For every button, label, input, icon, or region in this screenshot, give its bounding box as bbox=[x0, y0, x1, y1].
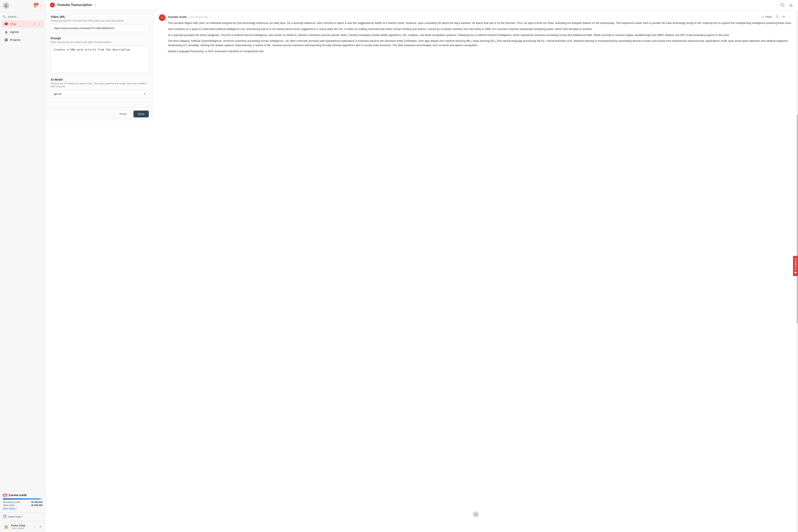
svg-rect-4 bbox=[5, 40, 6, 41]
credit-bar bbox=[3, 498, 43, 499]
download-button[interactable] bbox=[788, 2, 794, 8]
company-settings-icon[interactable]: ⚙ bbox=[38, 525, 43, 529]
company-plan: Team Starter bbox=[11, 527, 31, 530]
avatar[interactable] bbox=[3, 2, 9, 9]
message-header: Youtube Audio a few seconds ago Reply bbox=[168, 14, 793, 19]
prompt-section: Prompt Enter the prompt you want to ask … bbox=[51, 37, 149, 73]
message-p4: The third category, Artificial Superinte… bbox=[168, 39, 793, 48]
ai-model-select[interactable]: gpt-4o gpt-4 gpt-3.5-turbo claude-3 bbox=[51, 90, 149, 98]
sidebar-nav: 🔍 Search ... Chat ↩ + Agents bbox=[0, 12, 45, 491]
svg-rect-2 bbox=[5, 38, 6, 40]
add-chat-icon[interactable]: + bbox=[37, 22, 41, 26]
message-p3: AI is typically grouped into three categ… bbox=[168, 33, 793, 37]
form-actions: Reset Send bbox=[46, 107, 154, 120]
credit-remaining-row: Remaining credit : 43 430 943 bbox=[3, 501, 43, 503]
svg-marker-14 bbox=[783, 16, 784, 18]
company-expand-icon[interactable]: ⌄ bbox=[33, 525, 37, 529]
prompt-label: Prompt bbox=[51, 37, 149, 40]
feedback-label: Feedback bbox=[794, 258, 797, 270]
help-icon bbox=[3, 515, 7, 519]
svg-point-1 bbox=[6, 31, 7, 32]
reset-button[interactable]: Reset bbox=[115, 110, 131, 118]
message-avatar bbox=[159, 14, 166, 21]
sidebar-agents-label: Agents bbox=[10, 30, 19, 34]
company-actions: ⌄ ⚙ bbox=[33, 525, 43, 529]
history-icon[interactable]: ↩ bbox=[32, 22, 36, 26]
scroll-down-indicator[interactable] bbox=[473, 511, 479, 517]
svg-rect-5 bbox=[6, 40, 8, 41]
svg-rect-3 bbox=[6, 38, 8, 40]
message-p1: The narrative begins with John, an indiv… bbox=[168, 21, 793, 25]
help-section[interactable]: Need help ? bbox=[0, 512, 45, 521]
sidebar-chat-label: Chat bbox=[10, 22, 16, 26]
main-content: Youtube Transcription ∧ Video URL Please… bbox=[46, 0, 798, 532]
svg-marker-10 bbox=[52, 4, 53, 6]
scrollbar-thumb bbox=[797, 114, 798, 323]
svg-point-16 bbox=[790, 17, 791, 17]
ai-model-select-wrap: gpt-4o gpt-4 gpt-3.5-turbo claude-3 ▼ bbox=[51, 90, 149, 98]
message-text: The narrative begins with John, an indiv… bbox=[168, 21, 793, 54]
reply-button[interactable]: Reply bbox=[761, 15, 773, 19]
message-block: Youtube Audio a few seconds ago Reply bbox=[159, 14, 793, 55]
prompt-textarea[interactable]: Creates a 500 word article from the desc… bbox=[51, 46, 149, 73]
chat-icon bbox=[4, 22, 8, 26]
message-p2: John embarks on a quest to understand ar… bbox=[168, 27, 793, 31]
sidebar-header: 🔔 99+ « bbox=[0, 0, 45, 12]
credit-total-label: Total credit : bbox=[3, 504, 15, 507]
sidebar-item-projects[interactable]: Projects bbox=[1, 36, 44, 44]
svg-rect-7 bbox=[3, 495, 6, 495]
feedback-tab[interactable]: Feedback bbox=[793, 256, 798, 276]
credit-title: Current credit bbox=[9, 494, 26, 497]
svg-point-0 bbox=[5, 4, 7, 6]
credit-total-row: Total credit : 45 000 000 bbox=[3, 504, 43, 507]
top-bar-left: Youtube Transcription ∧ bbox=[50, 2, 96, 7]
more-details-arrow: › bbox=[16, 507, 17, 510]
company-section: 🏢 Futur Corp Team Starter ⌄ ⚙ bbox=[0, 521, 45, 532]
sidebar-search-label: Search ... bbox=[8, 15, 20, 18]
send-button[interactable]: Send bbox=[133, 111, 149, 117]
credit-icon bbox=[3, 494, 7, 497]
copy-button[interactable] bbox=[775, 14, 780, 19]
credit-header: Current credit bbox=[3, 494, 43, 497]
notification-bell[interactable]: 🔔 99+ bbox=[34, 4, 37, 7]
video-url-section: Video URL Please provide the YouTube lin… bbox=[51, 15, 149, 32]
sidebar-item-search[interactable]: 🔍 Search ... bbox=[0, 14, 45, 20]
message-author: Youtube Audio bbox=[168, 15, 187, 19]
company-logo: 🏢 bbox=[3, 523, 10, 530]
company-name: Futur Corp bbox=[11, 524, 31, 527]
ai-model-label: AI Model bbox=[51, 78, 149, 81]
sidebar-item-agents[interactable]: Agents bbox=[1, 28, 44, 36]
page-title-chevron: ∧ bbox=[94, 3, 96, 6]
message-p5: Natural Language Processing, or NLP, emp… bbox=[168, 49, 793, 54]
video-url-sublabel: Please provide the YouTube link of the v… bbox=[51, 19, 149, 22]
volume-button[interactable] bbox=[781, 14, 786, 19]
more-details-link[interactable]: More details › bbox=[3, 507, 43, 510]
top-bar-right bbox=[780, 2, 794, 8]
agents-icon bbox=[4, 30, 8, 34]
help-label: Need help ? bbox=[8, 515, 23, 518]
chat-actions: ↩ + bbox=[32, 22, 41, 26]
collapse-icon[interactable]: « bbox=[38, 3, 43, 8]
svg-point-17 bbox=[791, 17, 792, 17]
reply-label: Reply bbox=[765, 15, 772, 18]
prompt-sublabel: Enter the prompt you want to ask after t… bbox=[51, 41, 149, 44]
more-options-button[interactable] bbox=[788, 14, 793, 19]
credit-remaining-value: 43 430 943 bbox=[31, 501, 43, 503]
ai-model-section: AI Model Choose the AI model you want to… bbox=[51, 78, 149, 98]
notification-badge: 99+ bbox=[34, 3, 38, 5]
page-title: Youtube Transcription bbox=[57, 3, 92, 7]
refresh-button[interactable] bbox=[780, 2, 785, 8]
company-info: Futur Corp Team Starter bbox=[11, 524, 31, 530]
more-details-label: More details bbox=[3, 507, 15, 510]
svg-marker-12 bbox=[162, 17, 163, 18]
chat-messages: Youtube Audio a few seconds ago Reply bbox=[154, 10, 798, 532]
svg-point-15 bbox=[790, 17, 790, 17]
sidebar-header-left bbox=[3, 2, 9, 9]
message-time: a few seconds ago bbox=[189, 16, 208, 18]
credit-bar-fill bbox=[3, 498, 41, 499]
sidebar-item-chat[interactable]: Chat ↩ + bbox=[1, 20, 44, 28]
top-bar: Youtube Transcription ∧ bbox=[46, 0, 798, 10]
youtube-icon bbox=[50, 2, 55, 7]
video-url-input[interactable] bbox=[51, 24, 149, 32]
credit-total-value: 45 000 000 bbox=[31, 504, 43, 507]
